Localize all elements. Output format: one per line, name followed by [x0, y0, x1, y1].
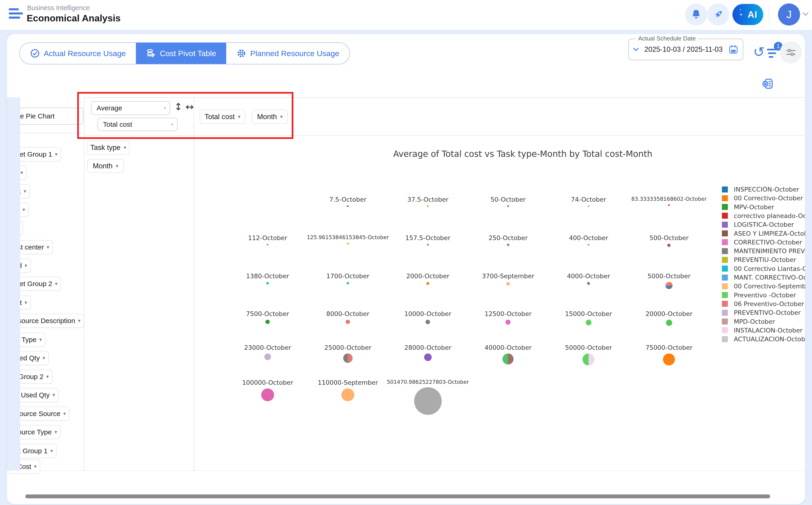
launch-button[interactable] — [707, 3, 729, 25]
legend-swatch — [722, 283, 728, 289]
excel-export-icon[interactable] — [762, 77, 774, 90]
bell-icon — [690, 9, 701, 20]
row-field-month[interactable]: Month ▾ — [87, 159, 124, 173]
legend-label: Preventivo -October — [734, 292, 796, 299]
field-chip[interactable]: source Description▾ — [9, 314, 84, 328]
legend-swatch — [722, 186, 728, 192]
pie-bubble — [586, 320, 591, 325]
legend-item[interactable]: MANT. CORRECTIVO-Octobe — [722, 274, 805, 281]
bubble-label: 2000-October — [406, 273, 449, 280]
bubble-label: 1700-October — [326, 273, 369, 280]
pivot-bottom-border — [20, 470, 805, 471]
pie-bubble — [426, 320, 430, 324]
sliders-icon — [785, 47, 796, 58]
date-range-value[interactable]: 2025-10-03 / 2025-11-03 — [639, 45, 728, 53]
legend-swatch — [722, 204, 728, 210]
row-field-label: Month — [92, 162, 113, 170]
bubble-cell: 110000-September — [318, 379, 378, 401]
check-circle-icon — [30, 48, 40, 58]
pie-bubble — [424, 353, 431, 361]
legend-item[interactable]: 00 Correctivo Llantas-Octob — [722, 265, 805, 272]
legend-item[interactable]: 06 Preventivo-October — [722, 300, 804, 308]
dropdown-caret-icon: ▾ — [63, 411, 66, 417]
legend-item[interactable]: MPD-October — [722, 318, 775, 325]
legend-item[interactable]: 00 Correctivo-October — [722, 194, 803, 202]
legend-label: 00 Correctivo-September — [734, 283, 805, 290]
bubble-label: 20000-October — [645, 310, 692, 317]
aggregator-field-value: Total cost — [98, 121, 171, 128]
legend-item[interactable]: MPV-October — [722, 203, 774, 211]
legend-item[interactable]: PREVENTIVO-October — [722, 309, 801, 316]
legend-swatch — [722, 222, 728, 228]
bubble-cell: 10000-October — [404, 310, 451, 324]
legend-item[interactable]: 00 Correctivo-September — [722, 283, 805, 290]
legend-item[interactable]: correctivo planeado-Octobe — [722, 212, 805, 219]
dropdown-caret-icon: ▾ — [124, 145, 126, 151]
legend-item[interactable]: LOGISTICA-October — [722, 221, 794, 228]
dropdown-caret-icon: ▾ — [54, 429, 57, 435]
legend-label: CORRECTIVO-October — [734, 239, 802, 246]
tab-actual-resource-usage[interactable]: Actual Resource Usage — [20, 43, 136, 64]
legend-item[interactable]: MANTENIMIENTO PREVENTI — [722, 247, 805, 255]
tab-planned-resource-usage[interactable]: Planned Resource Usage — [226, 43, 349, 64]
dropdown-caret-icon: ▾ — [47, 244, 49, 250]
legend-item[interactable]: CORRECTIVO-October — [722, 239, 802, 246]
bubble-label: 50-October — [490, 196, 526, 203]
legend-item[interactable]: INSTALACION-October — [722, 327, 803, 334]
pie-bubble — [414, 387, 442, 415]
dropdown-caret-icon: ▾ — [25, 263, 27, 269]
legend-label: MPV-October — [734, 203, 774, 211]
legend-label: LOGISTICA-October — [734, 221, 794, 228]
scrolled-out-strip — [7, 97, 20, 471]
row-field-task-type[interactable]: Task type ▾ — [87, 141, 130, 155]
legend-item[interactable]: Preventivo -October — [722, 292, 796, 299]
calendar-icon[interactable] — [728, 44, 739, 55]
refresh-icon[interactable]: ↺ — [753, 45, 765, 59]
bubble-cell: 74-October — [571, 196, 606, 207]
bubble-label: 37.5-October — [407, 196, 448, 203]
legend-swatch — [722, 230, 728, 236]
pie-bubble — [502, 353, 514, 364]
bubble-label: 75000-October — [645, 344, 692, 351]
legend-item[interactable]: ACTUALIZACION-October — [722, 336, 805, 343]
column-field-total-cost[interactable]: Total cost ▾ — [200, 110, 245, 124]
bubble-cell: 20000-October — [645, 310, 692, 326]
settings-sliders-button[interactable] — [780, 41, 802, 63]
dropdown-caret-icon: ▾ — [238, 114, 240, 120]
rows-column-border — [194, 97, 194, 471]
bubble-label: 3700-September — [482, 273, 534, 280]
dropdown-caret-icon: ▾ — [171, 122, 177, 127]
aggregator-select[interactable]: Average ▾ — [91, 101, 170, 115]
horizontal-scrollbar[interactable] — [25, 494, 770, 498]
pie-bubble — [583, 353, 595, 365]
ai-assistant-button[interactable]: AI — [733, 4, 763, 25]
legend-item[interactable]: INSPECCIÓN-October — [722, 186, 799, 193]
bubble-cell: 3700-September — [482, 273, 534, 286]
bubble-label: 100000-October — [242, 379, 293, 386]
pie-bubble — [265, 320, 270, 324]
bubble-cell: 23000-October — [244, 344, 291, 360]
notifications-button[interactable] — [685, 3, 707, 25]
bubble-label: 83.3333358168602-October — [631, 196, 707, 202]
pie-bubble — [343, 353, 353, 363]
legend-item[interactable]: ASEO Y LIMPIEZA-October — [722, 230, 805, 237]
dropdown-caret-icon: ▾ — [78, 318, 80, 324]
avatar[interactable]: J — [778, 3, 800, 25]
dropdown-caret-icon: ▾ — [39, 337, 42, 343]
account-chevron-down-icon[interactable] — [802, 12, 809, 16]
legend-swatch — [722, 213, 728, 219]
page-title: Economical Analysis — [27, 13, 121, 24]
pie-bubble — [347, 242, 349, 244]
tab-label: Cost Pivot Table — [160, 49, 216, 58]
swap-axes-arrows[interactable]: ↕↔ — [174, 101, 197, 113]
column-field-month[interactable]: Month ▾ — [252, 110, 288, 124]
menu-icon[interactable] — [9, 8, 23, 22]
aggregator-field-select[interactable]: Total cost ▾ — [97, 118, 178, 131]
top-header-bar: Business Intelligence Economical Analysi… — [0, 0, 812, 30]
tab-cost-pivot-table[interactable]: Cost Pivot Table — [136, 43, 226, 64]
date-chevron-down-icon[interactable] — [633, 48, 639, 51]
bubble-label: 50000-October — [565, 344, 612, 351]
legend-item[interactable]: PREVENTIU-October — [722, 256, 796, 263]
pie-bubble — [507, 244, 510, 246]
chart-type-select[interactable]: ple Pie Chart ▾ — [9, 108, 83, 125]
